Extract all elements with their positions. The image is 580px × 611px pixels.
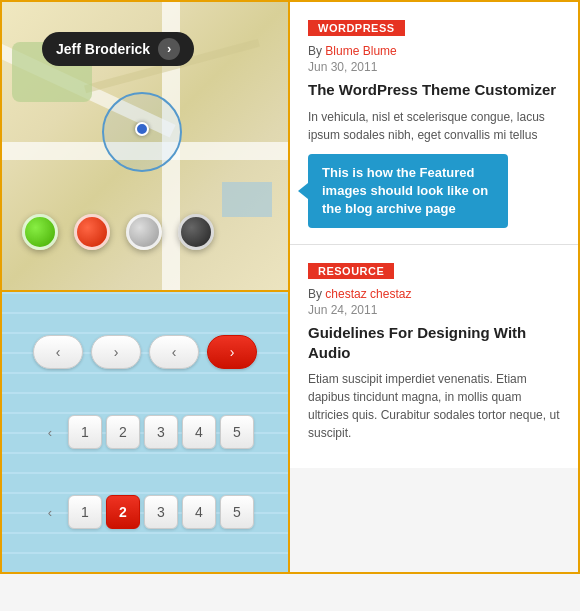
author-prefix-2: By <box>308 287 322 301</box>
page-btn-1-2[interactable]: 2 <box>106 415 140 449</box>
next-btn-2-active[interactable]: › <box>207 335 257 369</box>
author-link-2[interactable]: chestaz chestaz <box>325 287 411 301</box>
page-btn-2-5[interactable]: 5 <box>220 495 254 529</box>
page-btn-2-4[interactable]: 4 <box>182 495 216 529</box>
post-title-2: Guidelines For Designing With Audio <box>308 323 560 362</box>
prev-btn-1[interactable]: ‹ <box>33 335 83 369</box>
author-line-2: By chestaz chestaz <box>308 287 560 301</box>
page-prev-arrow-1[interactable]: ‹ <box>36 415 64 449</box>
page-btn-2-3[interactable]: 3 <box>144 495 178 529</box>
dot-dark[interactable] <box>178 214 214 250</box>
map-tooltip-name: Jeff Broderick <box>56 41 150 57</box>
map-dots-row <box>22 214 214 250</box>
prev-btn-2[interactable]: ‹ <box>149 335 199 369</box>
author-link-1[interactable]: Blume Blume <box>325 44 396 58</box>
left-column: Jeff Broderick › ‹ › ‹ › <box>2 2 290 572</box>
page-prev-arrow-2[interactable]: ‹ <box>36 495 64 529</box>
post-title-1: The WordPress Theme Customizer <box>308 80 560 100</box>
page-btn-2-2-active[interactable]: 2 <box>106 495 140 529</box>
map-tooltip[interactable]: Jeff Broderick › <box>42 32 194 66</box>
callout-box-1: This is how the Featured images should l… <box>308 154 508 229</box>
dot-green[interactable] <box>22 214 58 250</box>
tag-resource: RESOURCE <box>308 263 394 279</box>
page-btn-1-3[interactable]: 3 <box>144 415 178 449</box>
date-line-1: Jun 30, 2011 <box>308 60 560 74</box>
page-row-1: ‹ 1 2 3 4 5 <box>36 415 254 449</box>
map-section: Jeff Broderick › <box>2 2 288 292</box>
map-tooltip-arrow: › <box>158 38 180 60</box>
post-excerpt-2: Etiam suscipit imperdiet venenatis. Etia… <box>308 370 560 442</box>
blog-card-2: RESOURCE By chestaz chestaz Jun 24, 2011… <box>290 245 578 468</box>
post-excerpt-1: In vehicula, nisl et scelerisque congue,… <box>308 108 560 144</box>
map-pin <box>135 122 149 136</box>
dot-gray[interactable] <box>126 214 162 250</box>
page-row-2: ‹ 1 2 3 4 5 <box>36 495 254 529</box>
pagination-section: ‹ › ‹ › ‹ 1 2 3 4 5 ‹ 1 2 3 4 5 <box>2 292 288 572</box>
map-blue-area <box>222 182 272 217</box>
page-btn-2-1[interactable]: 1 <box>68 495 102 529</box>
page-btn-1-5[interactable]: 5 <box>220 415 254 449</box>
page-btn-1-4[interactable]: 4 <box>182 415 216 449</box>
tag-wordpress: WORDPRESS <box>308 20 405 36</box>
nav-button-group-1: ‹ › ‹ › <box>33 335 257 369</box>
main-container: Jeff Broderick › ‹ › ‹ › <box>0 0 580 574</box>
author-prefix-1: By <box>308 44 322 58</box>
author-line-1: By Blume Blume <box>308 44 560 58</box>
blog-card-1: WORDPRESS By Blume Blume Jun 30, 2011 Th… <box>290 2 578 245</box>
right-column: WORDPRESS By Blume Blume Jun 30, 2011 Th… <box>290 2 578 572</box>
callout-text-1: This is how the Featured images should l… <box>322 165 488 216</box>
date-line-2: Jun 24, 2011 <box>308 303 560 317</box>
dot-red[interactable] <box>74 214 110 250</box>
next-btn-1[interactable]: › <box>91 335 141 369</box>
page-btn-1-1[interactable]: 1 <box>68 415 102 449</box>
